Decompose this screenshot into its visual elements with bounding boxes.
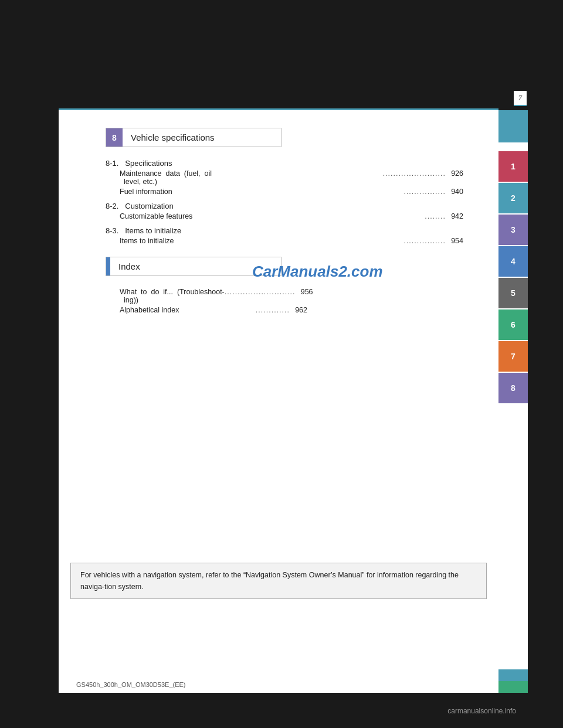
toc-item-customizable: Customizable features ........ 942 — [120, 212, 463, 220]
top-rule — [59, 108, 498, 110]
sidebar-tab-1[interactable]: 1 — [498, 151, 528, 182]
index-header: Index — [106, 257, 282, 276]
toc-item-fuel: Fuel information ................ 940 — [120, 188, 463, 196]
subsection-8-2-title: 8-2. Customization — [106, 202, 463, 210]
toc-item-alphabetical: Alphabetical index ............. 962 — [120, 306, 307, 314]
toc-page: 954 — [446, 237, 463, 245]
toc-page: 926 — [446, 169, 463, 178]
toc-dots: ........ — [425, 212, 446, 220]
sidebar-bottom-2 — [498, 681, 528, 693]
sidebar-tab-8[interactable]: 8 — [498, 373, 528, 403]
sidebar-tab-7[interactable]: 7 — [498, 341, 528, 372]
site-logo: carmanualsonline.info — [447, 707, 516, 715]
subsection-8-3: 8-3. Items to initialize Items to initia… — [106, 226, 463, 245]
toc-item-maintenance: Maintenance data (fuel, oil level, etc.)… — [120, 169, 463, 186]
sidebar-bottom-1 — [498, 669, 528, 681]
subsection-8-2: 8-2. Customization Customizable features… — [106, 202, 463, 220]
sidebar-tab-3[interactable]: 3 — [498, 215, 528, 245]
toc-item-troubleshoot: What to do if... (Troubleshoot- ing)) ..… — [120, 288, 307, 304]
toc-item-text: Customizable features — [120, 212, 425, 220]
toc-page: 962 — [290, 306, 307, 314]
toc-item-text: What to do if... (Troubleshoot- ing)) — [120, 288, 225, 304]
toc-item-initialize: Items to initialize ................ 954 — [120, 237, 463, 245]
section8-number: 8 — [106, 128, 123, 147]
toc-dots: ........................ — [383, 169, 446, 178]
sidebar: 1 2 3 4 5 6 7 8 — [498, 110, 528, 693]
subsection-8-3-title: 8-3. Items to initialize — [106, 226, 463, 235]
toc-dots: ............. — [256, 306, 290, 314]
sidebar-tab-5[interactable]: 5 — [498, 278, 528, 308]
toc-dots: ................ — [403, 188, 446, 196]
main-content-area: 8 Vehicle specifications 8-1. Specificat… — [59, 110, 498, 693]
toc-dots: ........................... — [225, 288, 296, 296]
section8-header: 8 Vehicle specifications — [106, 128, 282, 147]
sidebar-tab-2[interactable]: 2 — [498, 183, 528, 213]
section8-title: Vehicle specifications — [123, 128, 223, 147]
toc-item-text: Maintenance data (fuel, oil level, etc.) — [120, 169, 383, 186]
sidebar-tab-6[interactable]: 6 — [498, 309, 528, 340]
page-number: 7 — [514, 91, 527, 106]
toc-dots: ................ — [403, 237, 446, 245]
footer-text: GS450h_300h_OM_OM30D53E_(EE) — [76, 681, 186, 688]
index-title: Index — [110, 257, 148, 275]
toc-page: 942 — [446, 212, 463, 220]
subsection-8-1-title: 8-1. Specifications — [106, 159, 463, 168]
toc-item-text: Fuel information — [120, 188, 403, 196]
toc-item-text: Alphabetical index — [120, 306, 256, 314]
subsection-8-1: 8-1. Specifications Maintenance data (fu… — [106, 159, 463, 196]
toc-page: 956 — [296, 288, 313, 296]
sidebar-top-block — [498, 110, 528, 142]
notice-box: For vehicles with a navigation system, r… — [70, 563, 487, 599]
toc-item-text: Items to initialize — [120, 237, 403, 245]
sidebar-tab-4[interactable]: 4 — [498, 246, 528, 277]
index-bar — [106, 257, 110, 275]
toc-page: 940 — [446, 188, 463, 196]
